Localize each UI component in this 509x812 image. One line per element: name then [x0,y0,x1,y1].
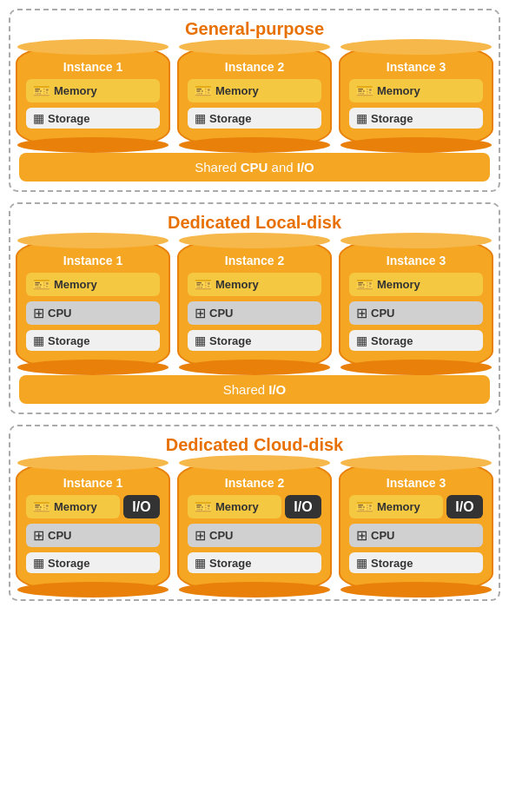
storage-label-local-2: Storage [209,334,251,347]
shared-bar-bold-cpu: CPU [241,160,268,175]
shared-bar-bold-local-io: I/O [268,382,286,397]
cpu-label-cloud-3: CPU [371,529,394,542]
cpu-label-local-2: CPU [209,307,233,320]
memory-label-1: Memory [54,84,97,97]
memory-io-row-cloud-1: 🎫 Memory I/O [26,495,160,518]
storage-icon-cloud-1: ▦ [33,556,44,570]
storage-block-1: ▦ Storage [26,108,160,129]
cpu-icon-cloud-2: ⊞ [195,527,206,544]
instance-label-local-2: Instance 2 [225,254,284,267]
instance-cylinder-local-3: Instance 3 🎫 Memory ⊞ CPU ▦ Storage [339,240,493,368]
instance-cylinder-local-1: Instance 1 🎫 Memory ⊞ CPU ▦ Storage [16,240,170,368]
memory-label-cloud-2: Memory [215,500,259,513]
io-label-cloud-1: I/O [132,499,150,515]
memory-label-local-2: Memory [215,278,259,291]
cpu-row-cloud-2: ⊞ CPU [188,524,321,547]
cpu-icon-local-1: ⊞ [33,305,44,321]
storage-block-local-1: ▦ Storage [26,330,160,351]
cpu-icon-cloud-1: ⊞ [33,527,44,544]
storage-icon-3: ▦ [356,111,367,125]
memory-io-row-cloud-2: 🎫 Memory I/O [188,495,321,518]
storage-label-1: Storage [48,112,89,125]
io-label-cloud-3: I/O [455,499,473,515]
instances-row-local: Instance 1 🎫 Memory ⊞ CPU ▦ Storage Inst… [16,240,493,368]
cpu-block-local-2: ⊞ CPU [188,301,321,325]
storage-label-local-1: Storage [48,334,89,347]
instance-label-local-1: Instance 1 [63,254,122,267]
ram-icon-2: 🎫 [195,83,212,99]
io-block-cloud-1: I/O [123,495,160,518]
instance-label-cloud-2: Instance 2 [225,476,284,490]
instance-cylinder-local-2: Instance 2 🎫 Memory ⊞ CPU ▦ Storage [177,240,332,368]
ram-icon-3: 🎫 [356,83,373,99]
cpu-label-local-1: CPU [48,307,71,320]
cpu-label-cloud-1: CPU [48,529,71,542]
memory-label-local-3: Memory [377,278,420,291]
storage-label-cloud-3: Storage [371,557,413,570]
instances-row-cloud: Instance 1 🎫 Memory I/O ⊞ CPU ▦ Storage [16,462,493,591]
memory-label-3: Memory [377,84,420,97]
memory-block-cloud-3: 🎫 Memory [349,495,443,518]
memory-block-3: 🎫 Memory [349,79,483,102]
storage-label-3: Storage [371,112,413,125]
cpu-row-cloud-1: ⊞ CPU [26,524,160,547]
cpu-icon-local-2: ⊞ [195,305,206,321]
storage-label-cloud-1: Storage [48,557,89,570]
instance-cylinder-cloud-2: Instance 2 🎫 Memory I/O ⊞ CPU ▦ Storage [177,462,332,591]
storage-block-cloud-3: ▦ Storage [349,552,483,573]
memory-block-local-3: 🎫 Memory [349,273,483,296]
memory-block-local-1: 🎫 Memory [26,273,160,296]
instance-label-2: Instance 2 [225,60,284,74]
io-label-cloud-2: I/O [294,499,312,515]
cpu-block-cloud-1: ⊞ CPU [26,524,160,547]
section-title-local: Dedicated Local-disk [168,213,341,233]
cpu-icon-local-3: ⊞ [356,305,367,321]
cpu-row-cloud-3: ⊞ CPU [349,524,483,547]
storage-label-2: Storage [209,112,251,125]
dedicated-cloud-disk-section: Dedicated Cloud-disk Instance 1 🎫 Memory… [9,425,500,601]
shared-bar-bold-io: I/O [297,160,314,175]
cpu-block-cloud-2: ⊞ CPU [188,524,321,547]
ram-icon-local-1: 🎫 [33,276,50,293]
ram-icon-local-2: 🎫 [195,276,212,293]
memory-label-cloud-3: Memory [377,500,420,513]
instance-cylinder-cloud-3: Instance 3 🎫 Memory I/O ⊞ CPU ▦ Storage [339,462,493,591]
storage-block-cloud-2: ▦ Storage [188,552,321,573]
shared-bar-local: Shared I/O [19,375,490,404]
storage-block-3: ▦ Storage [349,108,483,129]
instance-label-1: Instance 1 [63,60,122,74]
storage-block-cloud-1: ▦ Storage [26,552,160,573]
cpu-block-cloud-3: ⊞ CPU [349,524,483,547]
storage-block-2: ▦ Storage [188,108,321,129]
ram-icon-cloud-2: 🎫 [195,498,212,515]
instance-label-cloud-1: Instance 1 [63,476,122,490]
storage-icon-1: ▦ [33,111,44,125]
instance-cylinder-1: Instance 1 🎫 Memory ▦ Storage [16,46,170,146]
io-block-cloud-3: I/O [446,495,483,518]
dedicated-local-disk-section: Dedicated Local-disk Instance 1 🎫 Memory… [9,202,500,414]
cpu-label-cloud-2: CPU [209,529,233,542]
instances-row-general: Instance 1 🎫 Memory ▦ Storage Instance 2… [16,46,493,146]
memory-label-cloud-1: Memory [54,500,97,513]
general-purpose-section: General-purpose Instance 1 🎫 Memory ▦ St… [9,9,500,192]
cpu-block-local-1: ⊞ CPU [26,301,160,325]
storage-icon-local-1: ▦ [33,333,44,347]
instance-label-cloud-3: Instance 3 [387,476,446,490]
storage-block-local-3: ▦ Storage [349,330,483,351]
memory-io-row-cloud-3: 🎫 Memory I/O [349,495,483,518]
instance-cylinder-cloud-1: Instance 1 🎫 Memory I/O ⊞ CPU ▦ Storage [16,462,170,591]
memory-label-local-1: Memory [54,278,97,291]
ram-icon-local-3: 🎫 [356,276,373,293]
memory-block-cloud-2: 🎫 Memory [188,495,281,518]
ram-icon-cloud-3: 🎫 [356,498,373,515]
instance-label-local-3: Instance 3 [387,254,446,267]
storage-icon-2: ▦ [195,111,206,125]
storage-label-local-3: Storage [371,334,413,347]
storage-block-local-2: ▦ Storage [188,330,321,351]
instance-label-3: Instance 3 [387,60,446,74]
memory-block-cloud-1: 🎫 Memory [26,495,120,518]
memory-block-2: 🎫 Memory [188,79,321,102]
memory-block-local-2: 🎫 Memory [188,273,321,296]
memory-label-2: Memory [215,84,259,97]
cpu-block-local-3: ⊞ CPU [349,301,483,325]
